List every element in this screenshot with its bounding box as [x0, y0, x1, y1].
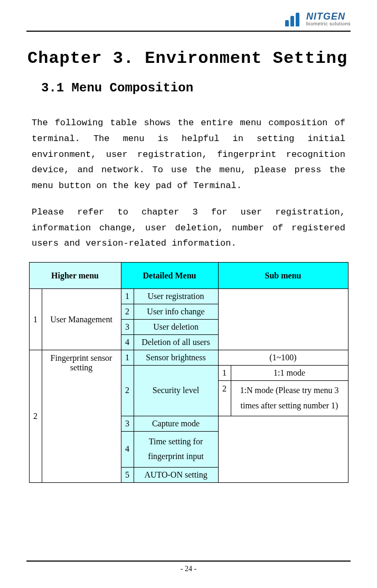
detail-num: 5: [121, 468, 134, 483]
detail-num: 1: [121, 289, 134, 304]
sub-num: 2: [218, 381, 231, 416]
sub-text: 1:1 mode: [231, 366, 348, 381]
detail-name: User deletion: [134, 320, 218, 335]
detail-num: 4: [121, 335, 134, 350]
detail-name: Security level: [134, 366, 218, 416]
intro-paragraph-1: The following table shows the entire men…: [32, 115, 345, 194]
intro-paragraph-2: Please refer to chapter 3 for user regis…: [32, 204, 345, 251]
logo-bars-icon: [285, 13, 303, 26]
table-header-row: Higher menu Detailed Menu Sub menu: [29, 263, 348, 289]
header-divider: [26, 31, 351, 32]
detail-name: Sensor brightness: [134, 350, 218, 366]
detail-name: Time setting for fingerprint input: [134, 431, 218, 468]
th-higher-menu: Higher menu: [29, 263, 121, 289]
detail-num: 2: [121, 366, 134, 416]
sub-num: 1: [218, 366, 231, 381]
higher-name: User Management: [42, 289, 121, 350]
th-detailed-menu: Detailed Menu: [121, 263, 218, 289]
detail-num: 3: [121, 320, 134, 335]
logo: NITGEN biometric solutions: [285, 12, 351, 26]
sub-empty: [218, 416, 348, 483]
detail-name: Deletion of all users: [134, 335, 218, 350]
detail-name: AUTO-ON setting: [134, 468, 218, 483]
sub-empty: [218, 289, 348, 350]
detail-num: 1: [121, 350, 134, 366]
table-row: 1 User Management 1 User registration: [29, 289, 348, 304]
page-number: - 24 -: [0, 565, 377, 573]
th-sub-menu: Sub menu: [218, 263, 348, 289]
page-footer: - 24 -: [0, 561, 377, 573]
sub-text: 1:N mode (Please try menu 3 times after …: [231, 381, 348, 416]
detail-name: Capture mode: [134, 416, 218, 431]
detail-name: User registration: [134, 289, 218, 304]
higher-num: 2: [29, 350, 42, 483]
sub-text: (1~100): [218, 350, 348, 366]
chapter-title: Chapter 3. Environment Setting: [27, 49, 351, 68]
header-logo-row: NITGEN biometric solutions: [26, 12, 351, 26]
table-row: 2 Fingerprint sensor setting 1 Sensor br…: [29, 350, 348, 366]
footer-divider: [26, 561, 351, 562]
section-title: 3.1 Menu Composition: [41, 81, 351, 95]
higher-name: Fingerprint sensor setting: [42, 350, 121, 483]
higher-num: 1: [29, 289, 42, 350]
menu-composition-table: Higher menu Detailed Menu Sub menu 1 Use…: [29, 262, 348, 483]
logo-tagline: biometric solutions: [306, 22, 351, 26]
logo-brand: NITGEN: [306, 12, 351, 21]
detail-num: 2: [121, 304, 134, 320]
detail-num: 4: [121, 431, 134, 468]
detail-name: User info change: [134, 304, 218, 320]
detail-num: 3: [121, 416, 134, 431]
